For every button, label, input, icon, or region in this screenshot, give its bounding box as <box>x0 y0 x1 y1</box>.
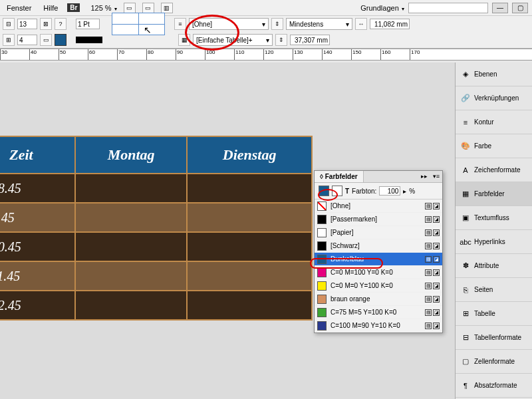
tint-arrow-icon[interactable]: ▸ <box>403 188 406 195</box>
text-swatch-toggle[interactable]: T <box>345 188 349 195</box>
swatch-row[interactable]: C=0 M=100 Y=0 K=0▧◪ <box>315 266 442 279</box>
cols-input[interactable] <box>17 35 37 45</box>
panel-label: Zellenformate <box>474 358 515 365</box>
merge-icon[interactable]: ▭ <box>40 34 52 46</box>
time-cell[interactable]: 0 - 10.45 <box>0 232 75 261</box>
swatch-row[interactable]: [Passermarken]▧◪ <box>315 213 442 226</box>
panel-button-seiten[interactable]: ⎘Seiten <box>456 278 532 302</box>
cell[interactable] <box>187 261 312 291</box>
arrange-icon[interactable]: ▥ <box>161 3 173 13</box>
panel-button-kontur[interactable]: ≡Kontur <box>456 110 532 134</box>
zoom-level[interactable]: 125 % ▾ <box>90 4 116 12</box>
swatch-row[interactable]: C=75 M=5 Y=100 K=0▧◪ <box>315 306 442 319</box>
schedule-table[interactable]: Zeit Montag Dienstag 00 - 8.45 0 - 9.45 … <box>0 136 313 321</box>
stroke-weight-input[interactable] <box>76 19 100 29</box>
ruler-tick: 80 <box>146 49 154 60</box>
right-panel-dock: ◈Ebenen🔗Verknüpfungen≡Kontur🎨FarbeAZeich… <box>455 63 532 399</box>
maximize-button[interactable]: ▢ <box>512 3 528 13</box>
panel-button-ebenen[interactable]: ◈Ebenen <box>456 63 532 86</box>
bridge-badge[interactable]: Br <box>67 3 80 12</box>
stroke-color-swatch[interactable] <box>76 37 102 43</box>
cell[interactable] <box>187 174 312 203</box>
menubar: Fenster Hilfe Br 125 % ▾ ▭ ▭ ▥ Grundlage… <box>0 0 532 16</box>
swatch-flag-icon: ◪ <box>433 269 440 276</box>
cell-height-icon: ⇕ <box>275 34 287 46</box>
panel-button-absatzformate[interactable]: ¶Absatzformate <box>456 374 532 398</box>
fill-swatch-icon[interactable] <box>55 34 66 46</box>
container-toggle[interactable] <box>332 186 342 196</box>
panel-button-tabelle[interactable]: ⊞Tabelle <box>456 302 532 326</box>
header-dienstag[interactable]: Dienstag <box>187 136 312 174</box>
swatch-chip <box>317 268 327 277</box>
time-cell[interactable]: 0 - 12.45 <box>0 291 75 320</box>
panel-icon: 🎨 <box>461 142 470 151</box>
ruler-tick: 160 <box>380 49 390 60</box>
panel-button-zellenformate[interactable]: ▢Zellenformate <box>456 350 532 374</box>
header-zeit[interactable]: Zeit <box>0 136 75 174</box>
time-cell[interactable]: 00 - 8.45 <box>0 174 75 203</box>
swatch-name: C=75 M=5 Y=100 K=0 <box>331 309 421 316</box>
cell-width-icon: ↔ <box>355 18 367 30</box>
delete-row-icon[interactable]: ⊠ <box>40 18 52 30</box>
swatch-row[interactable]: [Ohne]▧◪ <box>315 200 442 213</box>
stroke-preset-dropdown[interactable]: [Ohne]▾ <box>189 18 269 30</box>
swatches-panel[interactable]: ◊ Farbfelder ▸▸ ▾≡ T Farbton: ▸ % [Ohne]… <box>314 170 443 333</box>
time-cell[interactable]: 0 - 11.45 <box>0 261 75 291</box>
rows-input[interactable] <box>17 19 37 29</box>
swatch-row[interactable]: braun orange▧◪ <box>315 293 442 306</box>
chevron-down-icon: ▾ <box>266 37 269 44</box>
tab-farbfelder[interactable]: ◊ Farbfelder <box>315 171 364 182</box>
view-mode-icon[interactable]: ▭ <box>124 3 136 13</box>
tint-label: Farbton: <box>352 188 376 195</box>
panel-button-hyperlinks[interactable]: abcHyperlinks <box>456 230 532 254</box>
swatch-row[interactable]: Dunkelblau▧◪ <box>315 253 442 266</box>
tint-input[interactable] <box>379 186 400 196</box>
cell-style-dropdown[interactable]: [Einfache Tabelle]+▾ <box>193 34 273 46</box>
cell[interactable] <box>187 203 312 232</box>
cell[interactable] <box>75 261 187 291</box>
panel-button-attribute[interactable]: ✽Attribute <box>456 254 532 278</box>
cell[interactable] <box>75 232 187 261</box>
time-cell[interactable]: 0 - 9.45 <box>0 203 75 232</box>
ruler-tick: 130 <box>293 49 303 60</box>
cursor-icon: ↖ <box>144 25 152 35</box>
menu-hilfe[interactable]: Hilfe <box>41 3 61 13</box>
panel-label: Tabelle <box>474 310 495 317</box>
cell-height-input[interactable] <box>290 35 330 45</box>
menu-fenster[interactable]: Fenster <box>4 3 34 13</box>
cell[interactable] <box>75 291 187 320</box>
swatch-chip <box>317 308 327 317</box>
panel-button-verknüpfungen[interactable]: 🔗Verknüpfungen <box>456 86 532 110</box>
panel-button-farbfelder[interactable]: ▦Farbfelder <box>456 182 532 206</box>
panel-label: Ebenen <box>474 70 497 78</box>
cell-width-input[interactable] <box>370 19 410 29</box>
control-bar: ⊟ ⊠ ? ↖ ≡ [Ohne]▾ ⇕ Mindestens▾ ↔ ⊞ ▭ ▦ … <box>0 16 532 49</box>
panel-collapse-icon[interactable]: ▸▸ <box>418 171 430 182</box>
minimize-button[interactable]: — <box>492 3 508 13</box>
fill-stroke-toggle[interactable] <box>319 186 329 196</box>
panel-label: Kontur <box>474 118 493 126</box>
cell[interactable] <box>187 291 312 320</box>
panel-button-farbe[interactable]: 🎨Farbe <box>456 134 532 158</box>
panel-button-textumfluss[interactable]: ▣Textumfluss <box>456 206 532 230</box>
screen-mode-icon[interactable]: ▭ <box>142 3 154 13</box>
help-icon[interactable]: ? <box>55 18 66 30</box>
cell[interactable] <box>75 174 187 203</box>
panel-menu-icon[interactable]: ▾≡ <box>430 171 442 182</box>
workspace-switcher[interactable]: Grundlagen ▾ <box>360 4 404 12</box>
table-border-selector[interactable] <box>112 13 165 35</box>
swatch-row[interactable]: C=0 M=0 Y=100 K=0▧◪ <box>315 279 442 293</box>
swatch-row[interactable]: [Schwarz]▧◪ <box>315 239 442 253</box>
header-montag[interactable]: Montag <box>75 136 187 174</box>
swatch-row[interactable]: C=100 M=90 Y=10 K=0▧◪ <box>315 319 442 332</box>
swatch-row[interactable]: [Papier]▧◪ <box>315 226 442 239</box>
horizontal-ruler[interactable]: 30405060708090100110120130140150160170 <box>0 49 532 61</box>
swatch-name: [Passermarken] <box>331 215 421 223</box>
row-height-mode-dropdown[interactable]: Mindestens▾ <box>286 18 352 30</box>
panel-button-tabellenformate[interactable]: ⊟Tabellenformate <box>456 326 532 350</box>
panel-button-zeichenformate[interactable]: AZeichenformate <box>456 158 532 182</box>
cell[interactable] <box>187 232 312 261</box>
search-input[interactable] <box>408 3 488 13</box>
panel-label: Hyperlinks <box>474 238 505 245</box>
cell[interactable] <box>75 203 187 232</box>
